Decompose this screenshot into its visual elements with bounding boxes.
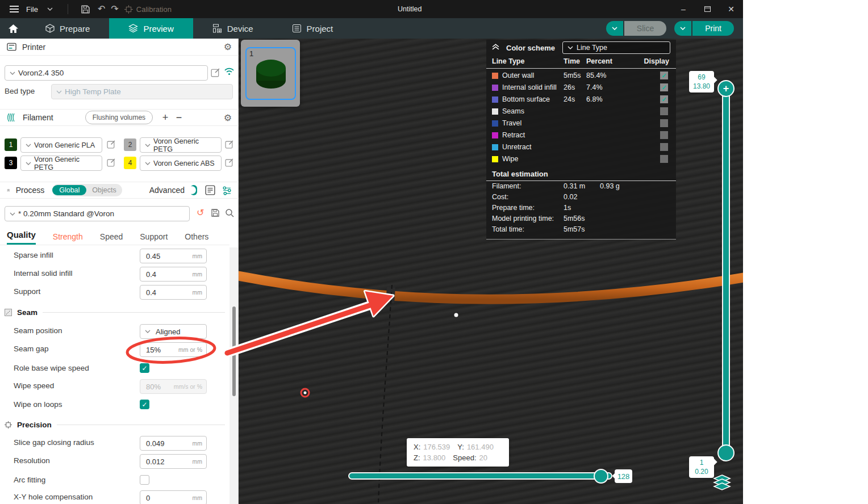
- chevron-down-icon[interactable]: [44, 3, 56, 15]
- save-icon[interactable]: [80, 3, 92, 15]
- role-base-wipe-speed-checkbox[interactable]: ✓: [140, 363, 149, 373]
- search-icon[interactable]: [225, 208, 234, 217]
- tab-project[interactable]: Project: [273, 18, 353, 39]
- line-color-swatch: [492, 96, 498, 103]
- display-checkbox[interactable]: ✓: [660, 95, 668, 103]
- process-title: Process: [16, 186, 45, 195]
- display-checkbox[interactable]: [660, 107, 668, 115]
- objects-filter-icon[interactable]: [222, 186, 232, 195]
- menu-icon[interactable]: [8, 3, 20, 15]
- collapse-panel-icon[interactable]: [492, 44, 499, 52]
- filament-settings-gear-icon[interactable]: ⚙: [224, 112, 232, 123]
- file-menu[interactable]: File: [26, 5, 38, 14]
- printer-settings-gear-icon[interactable]: ⚙: [224, 41, 232, 52]
- seam-gap-input[interactable]: 15%mm or %: [140, 342, 207, 357]
- edit-filament-1-icon[interactable]: [107, 140, 115, 149]
- layers-view-icon[interactable]: [713, 474, 731, 490]
- filament-2-select[interactable]: Voron Generic PETG: [140, 137, 222, 153]
- print-button[interactable]: Print: [674, 21, 734, 36]
- move-slider-track[interactable]: [348, 472, 612, 480]
- tab-support[interactable]: Support: [140, 232, 168, 245]
- arc-fitting-checkbox[interactable]: [140, 475, 149, 485]
- xy-hole-compensation-input[interactable]: 0mm: [140, 490, 207, 504]
- bed-type-select[interactable]: High Temp Plate: [51, 84, 233, 99]
- edit-filament-3-icon[interactable]: [107, 158, 115, 167]
- layer-slider-top-handle[interactable]: +: [717, 80, 735, 97]
- advanced-toggle[interactable]: [190, 185, 197, 195]
- edit-printer-icon[interactable]: [211, 68, 220, 77]
- add-filament-button[interactable]: +: [158, 112, 172, 124]
- device-icon: [212, 24, 222, 33]
- parameter-table-icon[interactable]: [205, 185, 215, 195]
- process-scope-toggle[interactable]: Global Objects: [52, 184, 122, 196]
- line-color-swatch: [492, 73, 498, 79]
- line-type-row: Internal solid infill 26s 7.4% ✓: [486, 82, 676, 94]
- display-checkbox[interactable]: [660, 119, 668, 127]
- scope-objects[interactable]: Objects: [86, 185, 122, 195]
- sidebar-scrollbar[interactable]: [229, 247, 238, 504]
- display-checkbox[interactable]: [660, 155, 668, 163]
- tab-device[interactable]: Device: [193, 18, 273, 39]
- filament-3-swatch[interactable]: 3: [5, 157, 17, 169]
- remove-filament-button[interactable]: −: [172, 112, 186, 124]
- color-scheme-mode-select[interactable]: Line Type: [562, 41, 670, 54]
- viewport-3d[interactable]: 1 Color scheme Line Type Line Type Time …: [239, 39, 743, 504]
- display-checkbox[interactable]: [660, 131, 668, 139]
- display-checkbox[interactable]: ✓: [660, 83, 668, 91]
- move-slider-handle[interactable]: [594, 469, 608, 484]
- reset-preset-icon[interactable]: ↺: [197, 207, 204, 218]
- redo-icon[interactable]: ↷: [111, 5, 118, 14]
- color-scheme-panel: Color scheme Line Type Line Type Time Pe…: [486, 40, 676, 240]
- wifi-connection-icon[interactable]: [224, 68, 235, 75]
- display-checkbox[interactable]: [660, 143, 668, 151]
- app-window: File ↶ ↷ Calibration Untitled – ✕ Prepar…: [0, 0, 743, 504]
- close-button[interactable]: ✕: [719, 0, 743, 18]
- line-color-swatch: [492, 120, 498, 127]
- setting-row: Role base wipe speed ✓: [0, 360, 229, 377]
- display-checkbox[interactable]: ✓: [660, 72, 668, 79]
- setting-row: Support 0.4mm: [0, 284, 229, 301]
- save-preset-icon[interactable]: [211, 208, 220, 217]
- wipe-on-loops-checkbox[interactable]: ✓: [140, 400, 149, 409]
- minimize-button[interactable]: –: [671, 0, 695, 18]
- home-button[interactable]: [0, 18, 26, 39]
- filament-4-select[interactable]: Voron Generic ABS: [140, 156, 222, 171]
- filament-3-select[interactable]: Voron Generic PETG: [20, 156, 102, 171]
- slice-gap-closing-radius-input[interactable]: 0.049mm: [140, 436, 207, 451]
- edit-filament-2-icon[interactable]: [225, 140, 233, 149]
- line-color-swatch: [492, 108, 498, 115]
- filament-4-swatch[interactable]: 4: [124, 157, 136, 169]
- scope-global[interactable]: Global: [52, 185, 86, 195]
- layer-slider-bottom-handle[interactable]: [717, 444, 735, 461]
- slice-button[interactable]: Slice: [606, 21, 666, 36]
- wipe-speed-input[interactable]: 80%mm/s or %: [140, 379, 207, 394]
- seam-dot: [454, 313, 458, 317]
- line-color-swatch: [492, 156, 498, 162]
- tab-others[interactable]: Others: [185, 232, 208, 245]
- tab-quality[interactable]: Quality: [7, 230, 36, 245]
- tab-strength[interactable]: Strength: [53, 232, 83, 245]
- plate-thumbnail[interactable]: 1: [241, 40, 300, 107]
- maximize-button[interactable]: [695, 0, 719, 18]
- edit-filament-4-icon[interactable]: [225, 158, 233, 167]
- calibration-button[interactable]: Calibration: [124, 5, 172, 14]
- support-width-input[interactable]: 0.4mm: [140, 285, 207, 300]
- tab-prepare[interactable]: Prepare: [26, 18, 109, 39]
- tab-preview[interactable]: Preview: [109, 18, 193, 39]
- flushing-volumes-button[interactable]: Flushing volumes: [85, 111, 153, 124]
- internal-solid-infill-input[interactable]: 0.4mm: [140, 267, 207, 282]
- tab-speed[interactable]: Speed: [100, 232, 123, 245]
- filament-1-swatch[interactable]: 1: [5, 138, 17, 151]
- resolution-input[interactable]: 0.012mm: [140, 454, 207, 469]
- slice-dropdown-icon[interactable]: [606, 21, 623, 36]
- layer-slider-track[interactable]: [722, 86, 730, 455]
- process-preset-select[interactable]: * 0.20mm Standard @Voron: [5, 206, 190, 221]
- seam-position-select[interactable]: Aligned: [140, 324, 207, 339]
- printer-preset-select[interactable]: Voron2.4 350: [5, 65, 208, 81]
- filament-1-select[interactable]: Voron Generic PLA: [20, 137, 102, 153]
- sparse-infill-input[interactable]: 0.45mm: [140, 249, 207, 263]
- filament-2-swatch[interactable]: 2: [124, 138, 136, 151]
- print-dropdown-icon[interactable]: [674, 21, 691, 36]
- undo-icon[interactable]: ↶: [98, 5, 105, 14]
- scrollbar-thumb[interactable]: [232, 306, 236, 396]
